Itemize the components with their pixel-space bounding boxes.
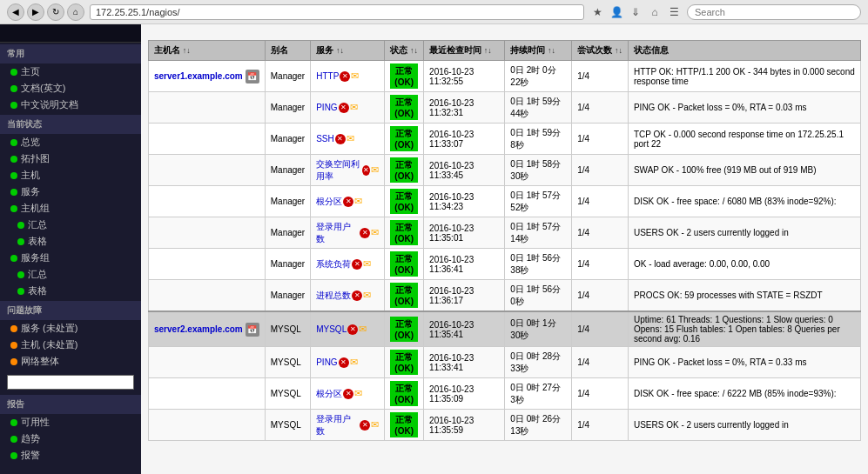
service-link[interactable]: 登录用户数: [316, 221, 359, 245]
service-link[interactable]: PING: [316, 357, 337, 367]
sidebar-item-services[interactable]: 服务: [0, 184, 141, 200]
service-link[interactable]: 系统负荷: [316, 258, 351, 270]
sidebar-item-hostgroups[interactable]: 主机组: [0, 200, 141, 217]
sidebar-item-service-unhandled[interactable]: 服务 (未处置): [0, 320, 141, 337]
sidebar-item-availability[interactable]: 可用性: [0, 414, 141, 431]
sidebar-item-overview[interactable]: 总览: [0, 134, 141, 150]
sidebar-item-home[interactable]: 主页: [0, 63, 141, 80]
sidebar-item-network[interactable]: 网络整体: [0, 353, 141, 370]
back-button[interactable]: ◀: [7, 3, 24, 21]
duration-cell: 0日 1时 59分 44秒: [505, 92, 572, 124]
notify-icon[interactable]: ✉: [359, 324, 367, 335]
attempts-cell: 1/4: [572, 347, 629, 378]
notify-icon[interactable]: ✉: [371, 419, 379, 431]
forward-button[interactable]: ▶: [27, 3, 44, 21]
table-header-row: 主机名 ↑↓ 别名 服务 ↑↓ 状态 ↑↓ 最近检查时间 ↑↓ 持续时间 ↑↓ …: [149, 41, 861, 61]
sidebar-item-hg-table[interactable]: 表格: [0, 233, 141, 250]
sidebar-item-hg-summary[interactable]: 汇总: [0, 217, 141, 233]
service-link[interactable]: 交换空间利用率: [316, 158, 361, 183]
home-nav-icon[interactable]: ⌂: [647, 4, 663, 20]
service-link[interactable]: MYSQL: [316, 324, 347, 334]
sidebar-item-topology[interactable]: 拓扑图: [0, 150, 141, 167]
disable-icon[interactable]: ✕: [362, 165, 370, 176]
download-icon[interactable]: ⇓: [628, 4, 643, 20]
service-cell: 登录用户数 ✕ ✉: [311, 410, 385, 441]
reload-button[interactable]: ↻: [47, 3, 64, 21]
sidebar-item-docs-cn[interactable]: 中文说明文档: [0, 97, 141, 113]
duration-cell: 0日 0时 27分 3秒: [505, 378, 572, 410]
col-hostname[interactable]: 主机名 ↑↓: [149, 41, 266, 61]
disable-icon[interactable]: ✕: [343, 197, 353, 207]
notify-icon[interactable]: ✉: [351, 70, 359, 82]
sidebar-item-host-unhandled[interactable]: 主机 (未处置): [0, 337, 141, 353]
notify-icon[interactable]: ✉: [350, 357, 358, 368]
col-status[interactable]: 状态 ↑↓: [385, 41, 424, 61]
sidebar-item-alerts[interactable]: 报警: [0, 447, 141, 464]
status-dot: [17, 271, 24, 278]
notify-icon[interactable]: ✉: [347, 133, 354, 144]
disable-icon[interactable]: ✕: [339, 103, 349, 113]
sidebar-item-label: 汇总: [28, 218, 47, 231]
service-link[interactable]: SSH: [316, 134, 334, 144]
sidebar-item-trends[interactable]: 趋势: [0, 431, 141, 447]
status-cell: 正常(OK): [385, 280, 424, 312]
home-button[interactable]: ⌂: [67, 3, 84, 21]
col-alias[interactable]: 别名: [265, 41, 310, 61]
col-attempts[interactable]: 尝试次数 ↑↓: [572, 41, 629, 61]
disable-icon[interactable]: ✕: [343, 389, 353, 399]
disable-icon[interactable]: ✕: [335, 134, 346, 144]
nav-buttons: ◀ ▶ ↻ ⌂: [7, 3, 84, 21]
notify-icon[interactable]: ✉: [354, 388, 362, 399]
service-link[interactable]: PING: [316, 103, 337, 112]
service-link[interactable]: 进程总数: [316, 290, 351, 302]
disable-icon[interactable]: ✕: [347, 324, 358, 335]
disable-icon[interactable]: ✕: [360, 228, 370, 238]
status-cell: 正常(OK): [385, 347, 424, 378]
service-cell: 根分区 ✕ ✉: [311, 378, 385, 410]
sidebar-item-label: 服务组: [21, 251, 50, 264]
notify-icon[interactable]: ✉: [354, 196, 362, 207]
sidebar-item-hosts[interactable]: 主机: [0, 167, 141, 184]
host-icon: 📅: [246, 323, 259, 337]
notify-icon[interactable]: ✉: [363, 258, 371, 270]
sidebar-item-label: 总览: [21, 136, 40, 149]
bookmark-icon[interactable]: ★: [589, 4, 605, 20]
notify-icon[interactable]: ✉: [371, 227, 379, 238]
host-link[interactable]: server1.example.com: [154, 71, 243, 81]
status-dot: [10, 255, 17, 262]
profile-icon[interactable]: 👤: [609, 4, 624, 20]
sidebar-item-sg-summary[interactable]: 汇总: [0, 266, 141, 283]
service-link[interactable]: HTTP: [316, 71, 339, 81]
service-link[interactable]: 登录用户数: [316, 413, 359, 437]
service-cell: 根分区 ✕ ✉: [311, 186, 385, 217]
disable-icon[interactable]: ✕: [340, 71, 350, 82]
disable-icon[interactable]: ✕: [352, 259, 362, 270]
notify-icon[interactable]: ✉: [350, 102, 358, 113]
check-time-cell: 2016-10-23 11:32:55: [424, 61, 505, 92]
menu-icon[interactable]: ☰: [666, 4, 682, 20]
disable-icon[interactable]: ✕: [352, 290, 362, 301]
notify-icon[interactable]: ✉: [363, 290, 371, 301]
service-cell: 系统负荷 ✕ ✉: [311, 249, 385, 280]
status-dot: [17, 288, 24, 295]
sidebar-item-sg-table[interactable]: 表格: [0, 283, 141, 299]
service-link[interactable]: 根分区: [316, 388, 342, 400]
col-checktime[interactable]: 最近检查时间 ↑↓: [424, 41, 505, 61]
service-link[interactable]: 根分区: [316, 196, 342, 208]
disable-icon[interactable]: ✕: [360, 420, 370, 431]
disable-icon[interactable]: ✕: [339, 357, 349, 368]
status-badge: 正常(OK): [390, 189, 418, 214]
notify-icon[interactable]: ✉: [371, 164, 379, 176]
host-link[interactable]: server2.example.com: [154, 324, 243, 334]
sidebar-item-servicegroups[interactable]: 服务组: [0, 250, 141, 266]
col-duration[interactable]: 持续时间 ↑↓: [505, 41, 572, 61]
sidebar-item-docs-en[interactable]: 文档(英文): [0, 80, 141, 97]
table-row: MYSQL 登录用户数 ✕ ✉ 正常(OK)2016-10-23 11:35:5…: [149, 410, 861, 441]
search-input[interactable]: [687, 4, 861, 20]
status-dot: [10, 325, 17, 332]
status-badge: 正常(OK): [390, 283, 418, 308]
col-service[interactable]: 服务 ↑↓: [311, 41, 385, 61]
quick-find-input[interactable]: [7, 375, 134, 390]
address-bar[interactable]: [90, 4, 584, 20]
alias-cell: Manager: [265, 249, 310, 280]
